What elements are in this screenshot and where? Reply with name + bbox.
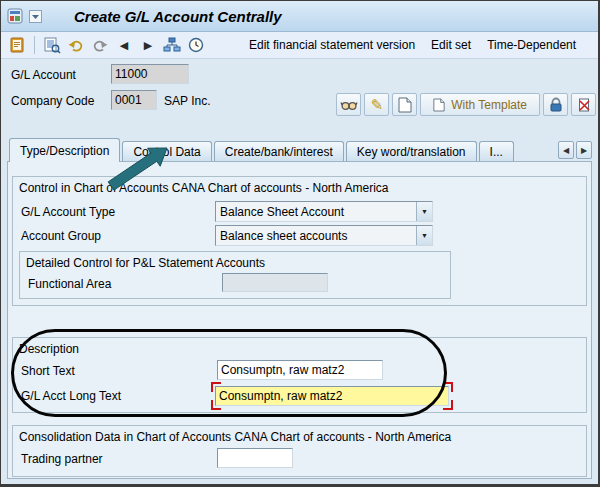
page-icon bbox=[433, 98, 445, 112]
short-text-row: Short Text bbox=[13, 360, 586, 384]
long-text-row: G/L Acct Long Text bbox=[13, 385, 586, 409]
account-group-row: Account Group Balance sheet accounts ▼ bbox=[13, 225, 586, 249]
consolidation-section: Consolidation Data in Chart of Accounts … bbox=[12, 425, 587, 477]
trading-partner-row: Trading partner bbox=[13, 448, 586, 472]
company-code-field[interactable] bbox=[111, 90, 157, 110]
description-section-title: Description bbox=[13, 338, 586, 360]
gl-account-type-row: G/L Account Type Balance Sheet Account ▼ bbox=[13, 201, 586, 225]
titlebar: Create G/L Account Centrally bbox=[1, 1, 598, 32]
tab-type-description[interactable]: Type/Description bbox=[9, 138, 120, 162]
company-name-text: SAP Inc. bbox=[164, 94, 210, 108]
search-list-icon[interactable] bbox=[41, 34, 63, 56]
gl-account-type-select[interactable]: Balance Sheet Account ▼ bbox=[215, 201, 433, 222]
functional-area-row: Functional Area bbox=[20, 273, 450, 297]
redo-icon[interactable] bbox=[89, 34, 111, 56]
selected-field-marker bbox=[211, 382, 453, 410]
sap-session-icon[interactable] bbox=[7, 8, 23, 24]
previous-icon[interactable]: ◀ bbox=[113, 34, 135, 56]
clock-icon[interactable] bbox=[185, 34, 207, 56]
sap-window: Create G/L Account Centrally bbox=[0, 0, 600, 487]
next-icon[interactable]: ▶ bbox=[137, 34, 159, 56]
window-menu-icon[interactable] bbox=[29, 10, 42, 23]
mark-for-deletion-icon[interactable] bbox=[571, 93, 596, 116]
functional-area-label: Functional Area bbox=[28, 277, 111, 291]
edit-icon[interactable]: ✎ bbox=[364, 93, 389, 116]
selection-corner-icon bbox=[211, 400, 221, 410]
control-section-title: Control in Chart of Accounts CANA Chart … bbox=[13, 177, 586, 199]
consolidation-section-title: Consolidation Data in Chart of Accounts … bbox=[13, 426, 586, 448]
long-text-label: G/L Acct Long Text bbox=[21, 389, 121, 403]
gl-account-label: G/L Account bbox=[11, 68, 76, 82]
account-actions: ✎ With Template bbox=[336, 93, 596, 116]
undo-icon[interactable] bbox=[65, 34, 87, 56]
with-template-button[interactable]: With Template bbox=[420, 93, 540, 116]
tab-scroll-left-icon[interactable]: ◀ bbox=[558, 141, 574, 159]
tab-create-bank-interest[interactable]: Create/bank/interest bbox=[214, 141, 344, 161]
short-text-field[interactable] bbox=[217, 360, 383, 380]
copy-icon[interactable] bbox=[6, 34, 28, 56]
pl-control-subsection: Detailed Control for P&L Statement Accou… bbox=[19, 251, 451, 299]
tab-content-panel: Control in Chart of Accounts CANA Chart … bbox=[7, 161, 592, 479]
account-group-select[interactable]: Balance sheet accounts ▼ bbox=[215, 225, 433, 246]
pl-subsection-title: Detailed Control for P&L Statement Accou… bbox=[20, 252, 450, 274]
long-text-field[interactable] bbox=[215, 386, 449, 406]
dropdown-icon[interactable]: ▼ bbox=[416, 202, 432, 221]
hierarchy-icon[interactable] bbox=[161, 34, 183, 56]
trading-partner-field[interactable] bbox=[217, 448, 293, 468]
control-section: Control in Chart of Accounts CANA Chart … bbox=[12, 176, 587, 306]
with-template-label: With Template bbox=[451, 98, 527, 112]
description-section: Description Short Text G/L Acct Long Tex… bbox=[12, 337, 587, 413]
dropdown-icon[interactable]: ▼ bbox=[416, 226, 432, 245]
edit-set-button[interactable]: Edit set bbox=[431, 38, 471, 52]
tab-scroll-buttons: ◀ ▶ bbox=[558, 141, 592, 159]
gl-account-type-value: Balance Sheet Account bbox=[216, 202, 416, 221]
display-icon[interactable] bbox=[336, 93, 361, 116]
pencil-icon: ✎ bbox=[370, 97, 383, 112]
trading-partner-label: Trading partner bbox=[21, 452, 103, 466]
account-group-value: Balance sheet accounts bbox=[216, 226, 416, 245]
edit-financial-statement-version-button[interactable]: Edit financial statement version bbox=[249, 38, 415, 52]
time-dependent-button[interactable]: Time-Dependent bbox=[487, 38, 576, 52]
toolbar: ◀ ▶ Edit financial statement version Edi… bbox=[1, 32, 598, 59]
tab-scroll-right-icon[interactable]: ▶ bbox=[576, 141, 592, 159]
company-code-label: Company Code bbox=[11, 94, 94, 108]
tabstrip: Type/Description Control Data Create/ban… bbox=[9, 137, 592, 161]
selection-corner-icon bbox=[443, 400, 453, 410]
tab-information[interactable]: I... bbox=[479, 141, 514, 161]
lock-icon[interactable] bbox=[543, 93, 568, 116]
gl-account-field[interactable] bbox=[111, 64, 189, 84]
window-title: Create G/L Account Centrally bbox=[74, 8, 282, 25]
tab-key-word-translation[interactable]: Key word/translation bbox=[346, 141, 477, 161]
functional-area-field[interactable] bbox=[222, 273, 328, 292]
selection-corner-icon bbox=[443, 382, 453, 392]
create-icon[interactable] bbox=[392, 93, 417, 116]
selection-corner-icon bbox=[211, 382, 221, 392]
tab-control-data[interactable]: Control Data bbox=[122, 141, 211, 161]
gl-account-type-label: G/L Account Type bbox=[21, 205, 115, 219]
account-group-label: Account Group bbox=[21, 229, 101, 243]
toolbar-separator bbox=[34, 36, 35, 54]
short-text-label: Short Text bbox=[21, 364, 75, 378]
